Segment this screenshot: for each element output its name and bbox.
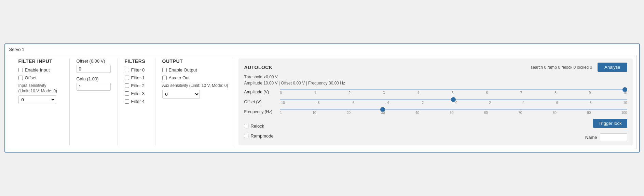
frequency-slider-container: 1 10 20 30 40 50 60 70 80 90 100 <box>280 109 627 115</box>
aux-to-out-checkbox[interactable] <box>162 76 167 80</box>
filter0-label: Filter 0 <box>131 67 145 73</box>
offset-row: Offset <box>18 75 63 80</box>
outer-window: Servo 1 FILTER INPUT Enable Input Offset… <box>4 43 640 153</box>
offset-input[interactable] <box>77 65 111 73</box>
enable-input-row: Enable Input <box>18 67 63 73</box>
filter1-row: Filter 1 <box>125 75 148 80</box>
amplitude-ticks: 0 1 2 3 4 5 6 7 8 9 10 <box>280 91 627 95</box>
offset-slider-label: Offset (V) <box>244 100 276 104</box>
rampmode-label: Rampmode <box>250 133 273 139</box>
filter4-checkbox[interactable] <box>125 99 129 104</box>
enable-output-row: Enable Output <box>162 67 228 73</box>
filter0-row: Filter 0 <box>125 67 148 73</box>
enable-output-checkbox[interactable] <box>162 68 167 72</box>
relock-row: Relock <box>244 123 273 129</box>
filter2-label: Filter 2 <box>131 83 145 88</box>
filter0-checkbox[interactable] <box>125 68 129 72</box>
autolock-title: AUTOLOCK <box>244 65 272 70</box>
frequency-slider-row: Frequency (Hz) 1 10 20 30 40 50 60 70 80… <box>244 109 627 115</box>
sensitivity-label: Input sensitivity <box>18 83 63 88</box>
offset-slider[interactable] <box>280 99 627 100</box>
offset-checkbox[interactable] <box>18 76 23 80</box>
amplitude-slider-container: 0 1 2 3 4 5 6 7 8 9 10 <box>280 89 627 95</box>
frequency-slider-label: Frequency (Hz) <box>244 109 276 114</box>
offset-slider-container: -10 -8 -6 -4 -2 0 2 4 6 8 10 <box>280 99 627 105</box>
filters-section: FILTERS Filter 0 Filter 1 Filter 2 Filte… <box>118 58 155 145</box>
rampmode-row: Rampmode <box>244 133 273 139</box>
analyse-button[interactable]: Analyse <box>598 63 627 72</box>
sensitivity-select[interactable]: 0 <box>18 95 56 104</box>
main-container: FILTER INPUT Enable Input Offset Input s… <box>8 55 636 149</box>
filter4-row: Filter 4 <box>125 99 148 104</box>
filter2-checkbox[interactable] <box>125 83 129 88</box>
offset-ticks: -10 -8 -6 -4 -2 0 2 4 6 8 10 <box>280 101 627 105</box>
filter4-label: Filter 4 <box>131 99 145 104</box>
enable-input-label: Enable Input <box>25 67 50 73</box>
filters-title: FILTERS <box>125 58 148 64</box>
autolock-bottom: Relock Rampmode Trigger lock Name <box>244 119 627 141</box>
autolock-section: AUTOLOCK search 0 ramp 0 relock 0 locked… <box>238 58 632 145</box>
trigger-lock-button[interactable]: Trigger lock <box>593 119 627 128</box>
filter3-checkbox[interactable] <box>125 91 129 96</box>
threshold-row: Threshold >0.00 V <box>244 75 627 79</box>
amplitude-slider-row: Amplitude (V) 0 1 2 3 4 5 6 7 8 9 10 <box>244 89 627 95</box>
frequency-slider[interactable] <box>280 109 627 110</box>
offset-slider-row: Offset (V) -10 -8 -6 -4 -2 0 2 4 6 8 <box>244 99 627 105</box>
filter1-label: Filter 1 <box>131 75 145 80</box>
aux-to-out-label: Aux to Out <box>169 75 190 80</box>
gain-value-label: Gain (1.00) <box>77 76 111 81</box>
rampmode-checkbox[interactable] <box>244 134 248 138</box>
enable-output-label: Enable Output <box>169 67 197 73</box>
enable-input-checkbox[interactable] <box>18 68 23 72</box>
aux-sensitivity-label: Aux sensitivity (Limit: 10 V, Mode: 0) <box>162 83 228 88</box>
name-row: Name <box>585 133 627 141</box>
filter3-row: Filter 3 <box>125 91 148 96</box>
filter2-row: Filter 2 <box>125 83 148 88</box>
relock-label: Relock <box>250 123 264 129</box>
gain-input[interactable] <box>77 83 111 91</box>
frequency-ticks: 1 10 20 30 40 50 60 70 80 90 100 <box>280 111 627 115</box>
amplitude-slider-label: Amplitude (V) <box>244 90 276 94</box>
offset-label: Offset <box>25 75 37 80</box>
aux-to-out-row: Aux to Out <box>162 75 228 80</box>
filter3-label: Filter 3 <box>131 91 145 96</box>
filter-input-section: FILTER INPUT Enable Input Offset Input s… <box>12 58 70 145</box>
amplitude-slider[interactable] <box>280 89 627 90</box>
relock-checkbox[interactable] <box>244 124 248 128</box>
autolock-header: AUTOLOCK search 0 ramp 0 relock 0 locked… <box>244 63 627 72</box>
amplitude-info: Amplitude 10.00 V | Offset 0.00 V | Freq… <box>244 81 627 86</box>
sensitivity-hint: (Limit: 10 V, Mode: 0) <box>18 89 63 93</box>
autolock-status: search 0 ramp 0 relock 0 locked 0 <box>531 65 592 70</box>
window-title: Servo 1 <box>8 47 636 52</box>
output-section: OUTPUT Enable Output Aux to Out Aux sens… <box>155 58 235 145</box>
autolock-checkboxes: Relock Rampmode <box>244 123 273 141</box>
offset-value-label: Offset (0.00 V) <box>77 58 111 64</box>
output-title: OUTPUT <box>162 58 228 64</box>
aux-select[interactable]: 0 <box>162 90 200 99</box>
offset-gain-section: Offset (0.00 V) Gain (1.00) <box>70 58 118 145</box>
filter1-checkbox[interactable] <box>125 76 129 80</box>
filter-input-title: FILTER INPUT <box>18 58 63 64</box>
name-input[interactable] <box>600 133 627 141</box>
name-label: Name <box>585 135 597 140</box>
